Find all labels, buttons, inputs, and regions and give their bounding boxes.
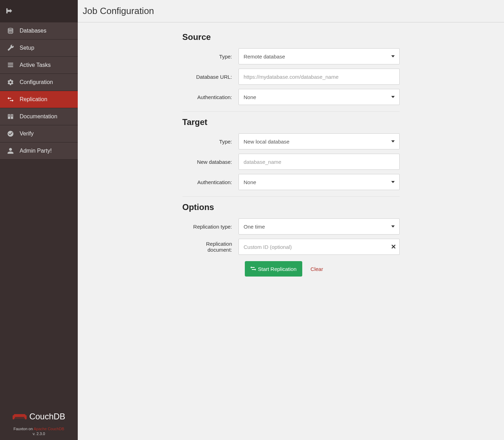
wrench-icon (6, 44, 15, 52)
sidebar-item-label: Replication (20, 96, 47, 103)
clear-input-icon[interactable]: ✕ (391, 243, 396, 251)
divider (182, 111, 400, 112)
user-icon (6, 147, 15, 155)
target-name-label: New database: (182, 159, 239, 165)
tasks-icon (6, 61, 15, 69)
page-header: Job Configuration (78, 0, 504, 22)
book-icon (6, 112, 15, 121)
sidebar-collapse-toggle[interactable] (0, 0, 78, 22)
section-title-target: Target (182, 117, 400, 127)
replication-type-label: Replication type: (182, 224, 239, 230)
sidebar-item-label: Setup (20, 45, 34, 51)
sidebar: Databases Setup Active Tasks Configurati… (0, 0, 78, 440)
section-title-options: Options (182, 202, 400, 212)
main: Job Configuration Source Type: Remote da… (78, 0, 504, 440)
page-title: Job Configuration (83, 6, 154, 16)
sidebar-footer: CouchDB Fauxton on Apache CouchDB v. 2.3… (0, 405, 78, 440)
footer-attribution: Fauxton on Apache CouchDB (4, 427, 74, 431)
replication-type-select[interactable]: One time (239, 218, 400, 235)
brand-text: CouchDB (29, 412, 65, 421)
exchange-icon (250, 266, 256, 272)
sidebar-item-label: Active Tasks (20, 62, 51, 68)
check-circle-icon (6, 130, 15, 138)
target-auth-select[interactable]: None (239, 174, 400, 190)
replication-form: Source Type: Remote database Database UR… (182, 32, 400, 277)
database-icon (6, 27, 15, 35)
section-title-source: Source (182, 32, 400, 42)
target-name-input[interactable] (239, 154, 400, 170)
couch-icon (13, 411, 27, 422)
sidebar-item-configuration[interactable]: Configuration (0, 74, 78, 91)
form-actions: Start Replication Clear (245, 261, 400, 277)
target-type-select[interactable]: New local database (239, 133, 400, 149)
sidebar-item-setup[interactable]: Setup (0, 40, 78, 57)
apache-couchdb-link[interactable]: Apache CouchDB (34, 427, 64, 431)
source-url-label: Database URL: (182, 74, 239, 80)
source-auth-select[interactable]: None (239, 89, 400, 105)
svg-rect-1 (13, 415, 14, 419)
sidebar-item-verify[interactable]: Verify (0, 125, 78, 142)
svg-rect-2 (25, 415, 27, 419)
replication-icon (6, 95, 15, 104)
sidebar-item-label: Configuration (20, 79, 53, 85)
sidebar-item-admin-party[interactable]: Admin Party! (0, 142, 78, 160)
brand-logo[interactable]: CouchDB (4, 411, 74, 422)
sidebar-item-replication[interactable]: Replication (0, 91, 78, 108)
replication-doc-label: Replication document: (182, 241, 239, 253)
sidebar-item-label: Verify (20, 131, 34, 137)
sidebar-item-label: Admin Party! (20, 148, 52, 154)
content: Source Type: Remote database Database UR… (78, 22, 504, 440)
sidebar-item-label: Documentation (20, 113, 57, 120)
source-url-input[interactable] (239, 69, 400, 85)
gear-icon (6, 78, 15, 86)
clear-link[interactable]: Clear (311, 266, 323, 272)
source-type-select[interactable]: Remote database (239, 48, 400, 64)
source-auth-label: Authentication: (182, 94, 239, 100)
target-auth-label: Authentication: (182, 179, 239, 185)
collapse-icon (6, 7, 14, 16)
target-type-label: Type: (182, 139, 239, 145)
svg-rect-3 (15, 417, 24, 418)
sidebar-item-active-tasks[interactable]: Active Tasks (0, 57, 78, 74)
sidebar-nav: Databases Setup Active Tasks Configurati… (0, 22, 78, 405)
start-replication-button[interactable]: Start Replication (245, 261, 302, 277)
footer-version: v. 2.3.0 (4, 432, 74, 436)
divider (182, 196, 400, 197)
sidebar-item-label: Databases (20, 28, 47, 34)
replication-doc-input[interactable] (239, 239, 400, 255)
sidebar-item-databases[interactable]: Databases (0, 22, 78, 40)
sidebar-item-documentation[interactable]: Documentation (0, 108, 78, 125)
source-type-label: Type: (182, 54, 239, 60)
